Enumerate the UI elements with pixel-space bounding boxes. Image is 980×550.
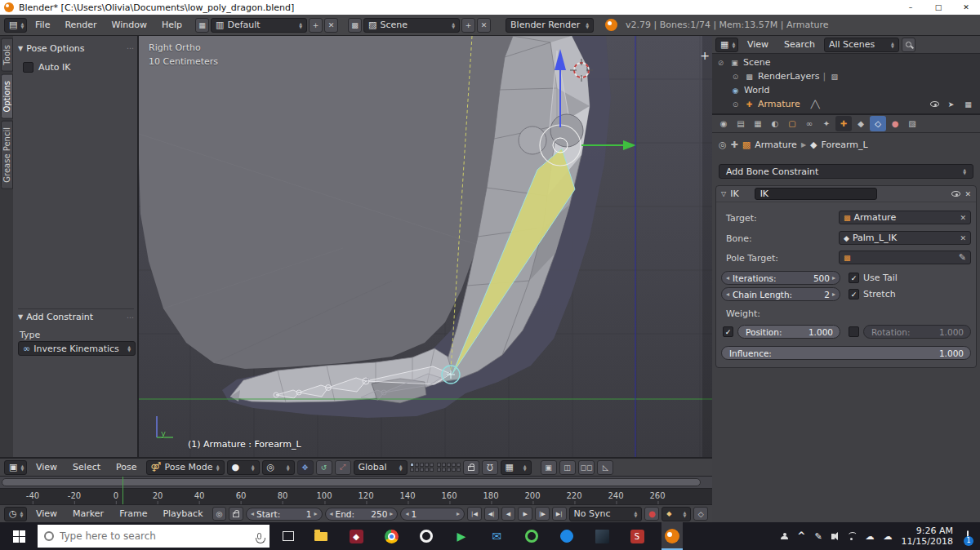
blue-mail-app-icon[interactable]: ✉ [486, 522, 507, 550]
iterations-field[interactable]: ◂ Iterations: 500 ▸ [721, 271, 840, 285]
outliner-item-scene[interactable]: ⊘ ▣ Scene [715, 55, 977, 69]
panel-drag-dots-icon[interactable]: ⋯ [127, 44, 134, 52]
stretch-toggle[interactable]: ✓ Stretch [849, 289, 896, 299]
play-button[interactable]: ▶ [518, 507, 532, 521]
pin-icon[interactable]: ◎ [719, 140, 727, 150]
screen-layout-select[interactable]: ▥ Default ▲▼ [211, 18, 307, 33]
image-thumbnail-icon[interactable] [591, 522, 612, 550]
use-position-checkbox[interactable]: ✓ [723, 326, 733, 337]
viewport-editor-type-button[interactable]: ▣▲▼ [4, 460, 27, 475]
outliner-item-armature[interactable]: ⊙ ✚ Armature ╱╲ ➤ ▦ [715, 97, 977, 111]
timeline-menu-view[interactable]: View [29, 508, 64, 519]
hide-icon[interactable] [930, 101, 939, 107]
viewport-menu-view[interactable]: View [29, 462, 64, 472]
maximize-button[interactable]: □ [924, 0, 952, 15]
tab-bone[interactable]: ◆ [853, 116, 869, 131]
use-tail-toggle[interactable]: ✓ Use Tail [849, 273, 898, 283]
current-frame-field[interactable]: ◂ 1 ▸ [400, 508, 465, 521]
shading-select[interactable]: ● ▲▼ [227, 460, 260, 475]
render-opengl-button[interactable]: ▣ [541, 460, 557, 475]
chain-length-field[interactable]: ◂ Chain Length: 2 ▸ [721, 287, 840, 301]
delete-scene-button[interactable]: ✕ [477, 18, 491, 33]
play-reverse-button[interactable]: ◀ [501, 507, 516, 521]
increment-icon[interactable]: ▸ [832, 274, 835, 282]
s-app-icon[interactable]: S [626, 522, 648, 550]
constraint-type-select[interactable]: ∞ Inverse Kinematics ▲▼ [18, 341, 136, 356]
mode-select[interactable]: ⚤ Pose Mode ▲▼ [146, 460, 225, 475]
viewport-menu-select[interactable]: Select [66, 462, 107, 472]
onedrive-icon[interactable]: ☁ [866, 531, 875, 542]
outliner-menu-view[interactable]: View [741, 39, 775, 50]
screen-layout-icon-button[interactable]: ▦ [195, 18, 209, 33]
render-engine-select[interactable]: Blender Render ▲▼ [506, 18, 594, 33]
menu-help[interactable]: Help [155, 20, 189, 30]
minimize-button[interactable]: – [897, 0, 924, 15]
shelf-tab-tools[interactable]: Tools [1, 38, 13, 72]
breadcrumb-object[interactable]: Armature [755, 140, 797, 150]
expander-icon[interactable]: ⊙ [730, 72, 741, 82]
action-center-button[interactable]: 1 [967, 531, 969, 542]
add-screen-button[interactable]: + [309, 18, 323, 33]
layers-widget[interactable] [410, 463, 461, 472]
shelf-tab-options[interactable]: Options [1, 74, 13, 119]
volume-icon[interactable] [831, 534, 835, 539]
task-view-button[interactable] [278, 522, 299, 550]
scene-icon-button[interactable]: ▩ [348, 18, 362, 33]
outliner-item-world[interactable]: ◉ World [715, 83, 977, 97]
viewport-3d[interactable]: Right Ortho 10 Centimeters (1) Armature … [139, 36, 712, 457]
tab-object[interactable]: ▢ [784, 116, 800, 131]
tab-world[interactable]: ◐ [767, 116, 783, 131]
influence-slider[interactable]: Influence: 1.000 [721, 346, 971, 360]
taskbar-clock[interactable]: 9:26 AM 11/15/2018 [902, 526, 953, 547]
tab-texture[interactable]: ▨ [904, 116, 920, 131]
timeline-menu-frame[interactable]: Frame [113, 508, 154, 519]
snap-toggle-button[interactable]: Ω [482, 460, 498, 475]
use-rotation-checkbox[interactable] [849, 326, 859, 337]
blue-circle-app-icon[interactable] [556, 522, 577, 550]
menu-file[interactable]: File [29, 20, 56, 30]
jump-to-end-button[interactable]: ▶| [552, 507, 567, 521]
chevron-up-icon[interactable]: ^ [797, 530, 805, 542]
decrement-icon[interactable]: ◂ [726, 274, 729, 282]
record-button[interactable]: ● [644, 507, 659, 521]
scene-select[interactable]: ▨ Scene ▲▼ [363, 18, 460, 33]
tab-material[interactable]: ● [887, 116, 903, 131]
decrement-icon[interactable]: ◂ [726, 291, 729, 298]
viewport-menu-pose[interactable]: Pose [109, 462, 143, 472]
properties-region-toggle[interactable]: + [699, 49, 710, 62]
tab-bone-constraints[interactable]: ◇ [870, 116, 886, 131]
bone-field[interactable]: ◆ Palm_L_IK ✕ [839, 231, 971, 245]
media-app-icon[interactable]: ◆ [345, 522, 367, 550]
tab-render-layers[interactable]: ▤ [733, 116, 749, 131]
outliner-editor-type-button[interactable]: ▦▲▼ [715, 38, 738, 52]
breadcrumb-bone[interactable]: Forearm_L [822, 140, 868, 150]
pole-target-field[interactable]: ▩ ✎ [839, 251, 971, 264]
outliner-scope-select[interactable]: All Scenes ▲▼ [824, 38, 899, 52]
tab-scene[interactable]: ▦ [750, 116, 766, 131]
collapse-triangle-icon[interactable]: ▽ [721, 190, 726, 197]
increment-icon[interactable]: ▸ [832, 291, 835, 298]
chrome-icon[interactable] [381, 522, 402, 550]
use-preview-range-button[interactable]: ◎ [212, 507, 227, 521]
delete-screen-button[interactable]: ✕ [324, 18, 338, 33]
add-scene-button[interactable]: + [461, 18, 475, 33]
jump-to-prev-keyframe-button[interactable]: ◀| [484, 507, 499, 521]
start-button[interactable] [0, 522, 38, 550]
render-restrict-icon[interactable]: ▦ [963, 100, 973, 109]
constraint-delete-icon[interactable]: ✕ [964, 190, 971, 198]
menu-window[interactable]: Window [105, 20, 154, 30]
stretch-checkbox[interactable]: ✓ [849, 289, 859, 299]
increment-icon[interactable]: ▸ [457, 510, 460, 517]
tab-render[interactable]: ◉ [715, 116, 732, 131]
outliner-menu-search[interactable]: Search [777, 39, 822, 50]
jump-to-start-button[interactable]: |◀ [467, 507, 482, 521]
search-input[interactable] [60, 530, 252, 542]
copy-pose-button[interactable]: ◻◻ [578, 460, 595, 475]
position-weight-field[interactable]: Position: 1.000 [737, 325, 840, 339]
paste-pose-button[interactable]: ◺ [597, 460, 613, 475]
white-circle-app-icon[interactable] [416, 522, 437, 550]
decrement-icon[interactable]: ◂ [251, 510, 254, 517]
decrement-icon[interactable]: ◂ [330, 510, 333, 517]
pose-options-panel-header[interactable]: ▼ Pose Options ⋯ [18, 41, 134, 55]
pen-icon[interactable]: ✎ [814, 531, 822, 542]
